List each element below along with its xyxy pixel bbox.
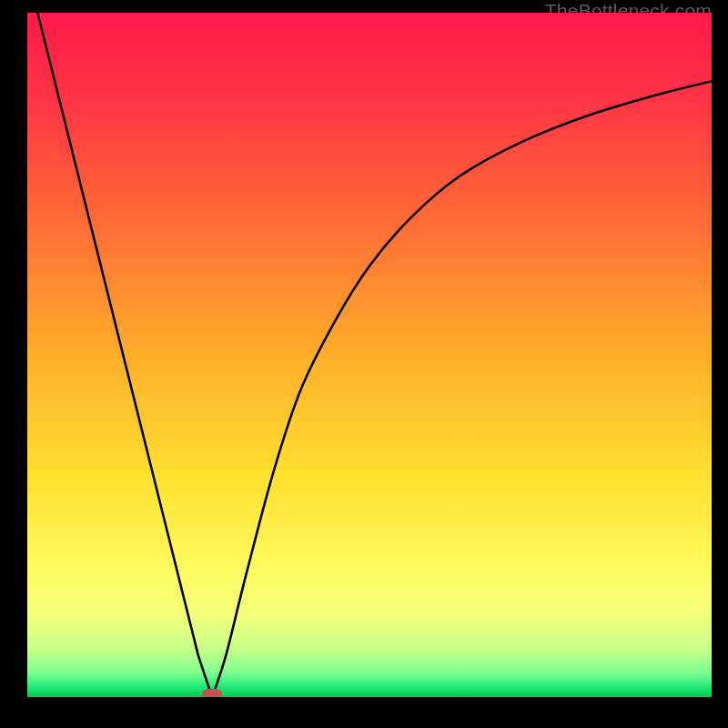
plot-area (27, 13, 712, 697)
curve-layer (27, 13, 712, 697)
chart-frame (27, 13, 712, 712)
optimum-marker (202, 689, 222, 697)
bottleneck-curve-path (37, 13, 712, 697)
